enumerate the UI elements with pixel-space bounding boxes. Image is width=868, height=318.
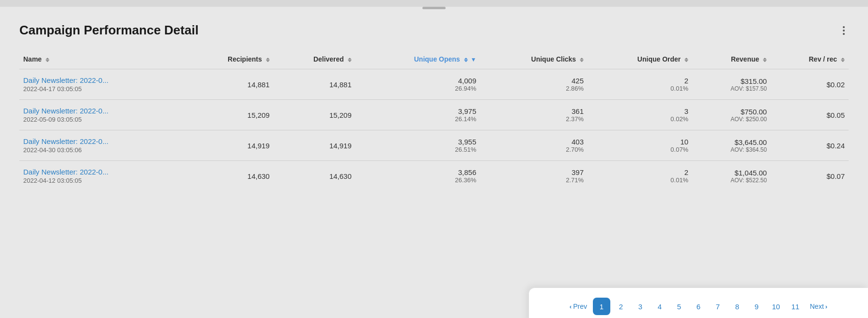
page-button-8[interactable]: 8: [728, 298, 746, 315]
table-row: Daily Newsletter: 2022-0... 2022-04-12 0…: [19, 161, 849, 191]
cell-rev-rec-2: $0.24: [771, 130, 849, 161]
col-revenue[interactable]: Revenue: [692, 49, 771, 69]
col-rev-rec[interactable]: Rev / rec: [771, 49, 849, 69]
page-button-3[interactable]: 3: [632, 298, 649, 315]
prev-button[interactable]: ‹ Prev: [567, 298, 590, 315]
col-unique-order[interactable]: Unique Order: [588, 49, 692, 69]
next-label: Next: [810, 302, 824, 310]
cell-unique-clicks-1: 361 2.37%: [480, 100, 588, 130]
col-revenue-label: Revenue: [731, 55, 759, 63]
page-button-1[interactable]: 1: [593, 298, 610, 315]
rev-rec-value-2: $0.24: [775, 142, 845, 150]
cell-recipients-0: 14,881: [185, 69, 274, 100]
campaign-name-link-1[interactable]: Daily Newsletter: 2022-0...: [23, 107, 181, 115]
sort-icon-rev-rec: [841, 58, 845, 62]
sort-up: [580, 58, 584, 60]
sort-up: [348, 58, 352, 60]
col-unique-clicks-label: Unique Clicks: [531, 55, 576, 63]
sort-icon-opens: [464, 58, 468, 62]
cell-delivered-1: 15,209: [274, 100, 356, 130]
cell-unique-opens-0: 4,009 26.94%: [356, 69, 480, 100]
col-delivered-label: Delivered: [313, 55, 344, 63]
page-button-7[interactable]: 7: [709, 298, 727, 315]
col-unique-opens-label: Unique Opens: [414, 55, 460, 63]
campaign-table: Name Recipients Delivered: [19, 49, 849, 191]
next-button[interactable]: Next ›: [807, 298, 830, 315]
col-unique-opens[interactable]: Unique Opens ▼: [356, 49, 480, 69]
delivered-value-2: 14,919: [278, 142, 352, 150]
cell-unique-order-2: 10 0.07%: [588, 130, 692, 161]
col-delivered[interactable]: Delivered: [274, 49, 356, 69]
unique-order-main-1: 3: [591, 107, 688, 115]
rev-rec-value-0: $0.02: [775, 80, 845, 89]
cell-unique-order-3: 2 0.01%: [588, 161, 692, 191]
col-name-label: Name: [23, 55, 42, 63]
sort-up: [464, 58, 468, 60]
unique-opens-main-0: 4,009: [359, 77, 477, 85]
sort-icon-order: [684, 58, 688, 62]
cell-name-1: Daily Newsletter: 2022-0... 2022-05-09 0…: [19, 100, 185, 130]
recipients-value-2: 14,919: [189, 142, 270, 150]
table-header-row: Name Recipients Delivered: [19, 49, 849, 69]
cell-name-2: Daily Newsletter: 2022-0... 2022-04-30 0…: [19, 130, 185, 161]
cell-revenue-2: $3,645.00 AOV: $364.50: [692, 130, 771, 161]
campaign-name-link-0[interactable]: Daily Newsletter: 2022-0...: [23, 76, 181, 84]
sort-up: [684, 58, 688, 60]
campaign-date-1: 2022-05-09 03:05:05: [23, 116, 181, 123]
table-row: Daily Newsletter: 2022-0... 2022-05-09 0…: [19, 100, 849, 130]
revenue-main-2: $3,645.00: [696, 138, 767, 146]
cell-rev-rec-0: $0.02: [771, 69, 849, 100]
cell-unique-order-0: 2 0.01%: [588, 69, 692, 100]
chevron-right-icon: ›: [825, 303, 827, 310]
more-options-button[interactable]: [839, 24, 849, 37]
cell-recipients-3: 14,630: [185, 161, 274, 191]
campaign-name-link-2[interactable]: Daily Newsletter: 2022-0...: [23, 137, 181, 145]
rev-rec-value-3: $0.07: [775, 172, 845, 180]
unique-opens-sub-1: 26.14%: [359, 115, 477, 123]
delivered-value-1: 15,209: [278, 111, 352, 119]
filter-indicator: ▼: [470, 56, 476, 63]
page-button-4[interactable]: 4: [651, 298, 668, 315]
cell-delivered-0: 14,881: [274, 69, 356, 100]
unique-order-main-0: 2: [591, 77, 688, 85]
cell-revenue-3: $1,045.00 AOV: $522.50: [692, 161, 771, 191]
cell-revenue-0: $315.00 AOV: $157.50: [692, 69, 771, 100]
col-recipients[interactable]: Recipients: [185, 49, 274, 69]
page-number-group: 1234567891011: [593, 298, 804, 315]
revenue-sub-0: AOV: $157.50: [696, 85, 767, 92]
col-unique-clicks[interactable]: Unique Clicks: [480, 49, 588, 69]
page-button-10[interactable]: 10: [767, 298, 785, 315]
sort-down: [763, 60, 767, 62]
pagination-bar: ‹ Prev 1234567891011 Next ›: [529, 288, 868, 318]
col-unique-order-label: Unique Order: [637, 55, 681, 63]
sort-down: [580, 60, 584, 62]
cell-unique-clicks-2: 403 2.70%: [480, 130, 588, 161]
sort-icon-delivered: [348, 58, 352, 62]
recipients-value-3: 14,630: [189, 172, 270, 180]
page-button-9[interactable]: 9: [748, 298, 765, 315]
unique-opens-main-2: 3,955: [359, 138, 477, 146]
panel-header: Campaign Performance Detail: [19, 9, 849, 49]
campaign-name-link-3[interactable]: Daily Newsletter: 2022-0...: [23, 168, 181, 176]
page-button-11[interactable]: 11: [787, 298, 804, 315]
dot-3: [843, 33, 845, 35]
sort-icon-recipients: [266, 58, 270, 62]
table-row: Daily Newsletter: 2022-0... 2022-04-30 0…: [19, 130, 849, 161]
page-button-6[interactable]: 6: [690, 298, 707, 315]
unique-order-main-2: 10: [591, 138, 688, 146]
col-recipients-label: Recipients: [228, 55, 262, 63]
campaign-panel: Campaign Performance Detail Name Recipie…: [0, 7, 868, 318]
cell-unique-order-1: 3 0.02%: [588, 100, 692, 130]
cell-unique-opens-3: 3,856 26.36%: [356, 161, 480, 191]
table-row: Daily Newsletter: 2022-0... 2022-04-17 0…: [19, 69, 849, 100]
cell-name-3: Daily Newsletter: 2022-0... 2022-04-12 0…: [19, 161, 185, 191]
page-button-5[interactable]: 5: [670, 298, 688, 315]
page-title: Campaign Performance Detail: [19, 23, 199, 38]
page-button-2[interactable]: 2: [612, 298, 630, 315]
unique-clicks-main-2: 403: [484, 138, 584, 146]
cell-delivered-3: 14,630: [274, 161, 356, 191]
col-name[interactable]: Name: [19, 49, 185, 69]
cell-delivered-2: 14,919: [274, 130, 356, 161]
chevron-left-icon: ‹: [570, 303, 572, 310]
revenue-sub-2: AOV: $364.50: [696, 146, 767, 153]
